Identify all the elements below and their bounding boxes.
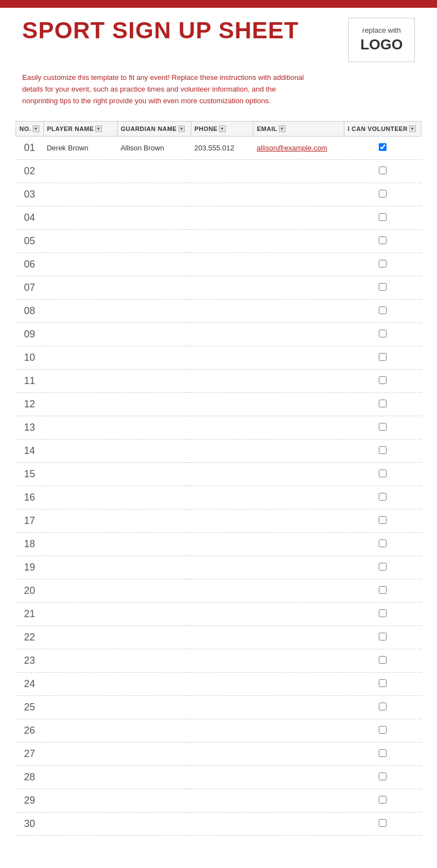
email-link[interactable]: allison@example.com bbox=[257, 144, 327, 152]
cell-volunteer[interactable] bbox=[344, 743, 421, 766]
volunteer-checkbox[interactable] bbox=[379, 656, 387, 664]
table-row: 17 bbox=[16, 509, 421, 533]
cell-email bbox=[253, 393, 344, 416]
volunteer-checkbox[interactable] bbox=[379, 796, 387, 804]
cell-phone bbox=[191, 323, 253, 346]
volunteer-checkbox[interactable] bbox=[379, 539, 387, 547]
volunteer-checkbox[interactable] bbox=[379, 470, 387, 477]
cell-volunteer[interactable] bbox=[344, 346, 421, 370]
cell-player-name bbox=[43, 346, 117, 370]
col-dropdown-phone[interactable]: ▾ bbox=[219, 125, 226, 132]
volunteer-checkbox[interactable] bbox=[379, 283, 387, 291]
volunteer-checkbox[interactable] bbox=[379, 143, 387, 151]
cell-volunteer[interactable] bbox=[344, 789, 421, 813]
volunteer-checkbox[interactable] bbox=[379, 609, 387, 617]
cell-volunteer[interactable] bbox=[344, 276, 421, 300]
cell-no: 08 bbox=[16, 300, 44, 323]
volunteer-checkbox[interactable] bbox=[379, 166, 387, 174]
cell-guardian-name bbox=[117, 673, 191, 696]
cell-volunteer[interactable] bbox=[344, 626, 421, 649]
cell-volunteer[interactable] bbox=[344, 766, 421, 789]
cell-phone bbox=[191, 346, 253, 370]
cell-volunteer[interactable] bbox=[344, 370, 421, 393]
cell-volunteer[interactable] bbox=[344, 137, 421, 160]
col-dropdown-player[interactable]: ▾ bbox=[95, 125, 102, 132]
col-dropdown-no[interactable]: ▾ bbox=[33, 125, 39, 132]
cell-no: 27 bbox=[16, 743, 44, 766]
cell-volunteer[interactable] bbox=[344, 230, 421, 253]
cell-player-name bbox=[43, 323, 117, 346]
table-row: 30 bbox=[16, 813, 421, 836]
table-row: 11 bbox=[16, 370, 421, 393]
cell-volunteer[interactable] bbox=[344, 556, 421, 579]
cell-volunteer[interactable] bbox=[344, 673, 421, 696]
cell-no: 13 bbox=[16, 416, 44, 440]
cell-guardian-name bbox=[117, 300, 191, 323]
cell-guardian-name bbox=[117, 183, 191, 206]
cell-player-name bbox=[43, 276, 117, 300]
cell-volunteer[interactable] bbox=[344, 533, 421, 556]
volunteer-checkbox[interactable] bbox=[379, 260, 387, 268]
volunteer-checkbox[interactable] bbox=[379, 330, 387, 337]
cell-volunteer[interactable] bbox=[344, 649, 421, 673]
volunteer-checkbox[interactable] bbox=[379, 563, 387, 571]
cell-no: 14 bbox=[16, 440, 44, 463]
cell-volunteer[interactable] bbox=[344, 416, 421, 440]
cell-volunteer[interactable] bbox=[344, 486, 421, 509]
volunteer-checkbox[interactable] bbox=[379, 353, 387, 361]
col-dropdown-guardian[interactable]: ▾ bbox=[179, 125, 185, 132]
cell-volunteer[interactable] bbox=[344, 509, 421, 533]
cell-player-name bbox=[43, 393, 117, 416]
cell-phone bbox=[191, 789, 253, 813]
volunteer-checkbox[interactable] bbox=[379, 306, 387, 314]
cell-phone bbox=[191, 183, 253, 206]
cell-volunteer[interactable] bbox=[344, 813, 421, 836]
description-text: Easily customize this template to fit an… bbox=[0, 68, 333, 115]
volunteer-checkbox[interactable] bbox=[379, 423, 387, 431]
cell-volunteer[interactable] bbox=[344, 160, 421, 183]
volunteer-checkbox[interactable] bbox=[379, 236, 387, 244]
volunteer-checkbox[interactable] bbox=[379, 726, 387, 734]
volunteer-checkbox[interactable] bbox=[379, 516, 387, 524]
cell-volunteer[interactable] bbox=[344, 440, 421, 463]
cell-volunteer[interactable] bbox=[344, 206, 421, 230]
volunteer-checkbox[interactable] bbox=[379, 190, 387, 198]
col-dropdown-email[interactable]: ▾ bbox=[279, 125, 286, 132]
cell-volunteer[interactable] bbox=[344, 183, 421, 206]
cell-guardian-name bbox=[117, 440, 191, 463]
cell-phone bbox=[191, 440, 253, 463]
cell-guardian-name bbox=[117, 230, 191, 253]
volunteer-checkbox[interactable] bbox=[379, 819, 387, 827]
cell-no: 15 bbox=[16, 463, 44, 486]
volunteer-checkbox[interactable] bbox=[379, 586, 387, 594]
cell-no: 23 bbox=[16, 649, 44, 673]
volunteer-checkbox[interactable] bbox=[379, 213, 387, 221]
table-row: 18 bbox=[16, 533, 421, 556]
cell-email bbox=[253, 556, 344, 579]
cell-guardian-name bbox=[117, 509, 191, 533]
volunteer-checkbox[interactable] bbox=[379, 703, 387, 710]
cell-volunteer[interactable] bbox=[344, 253, 421, 276]
cell-volunteer[interactable] bbox=[344, 323, 421, 346]
volunteer-checkbox[interactable] bbox=[379, 400, 387, 407]
cell-volunteer[interactable] bbox=[344, 393, 421, 416]
cell-volunteer[interactable] bbox=[344, 719, 421, 743]
cell-volunteer[interactable] bbox=[344, 463, 421, 486]
volunteer-checkbox[interactable] bbox=[379, 376, 387, 384]
volunteer-checkbox[interactable] bbox=[379, 773, 387, 780]
col-dropdown-volunteer[interactable]: ▾ bbox=[409, 125, 416, 132]
volunteer-checkbox[interactable] bbox=[379, 633, 387, 640]
table-header: NO. ▾ PLAYER NAME ▾ GUARDIAN NAME ▾ bbox=[16, 122, 421, 137]
volunteer-checkbox[interactable] bbox=[379, 749, 387, 757]
volunteer-checkbox[interactable] bbox=[379, 446, 387, 454]
volunteer-checkbox[interactable] bbox=[379, 679, 387, 687]
cell-player-name bbox=[43, 789, 117, 813]
cell-volunteer[interactable] bbox=[344, 300, 421, 323]
cell-volunteer[interactable] bbox=[344, 579, 421, 603]
cell-volunteer[interactable] bbox=[344, 603, 421, 626]
table-row: 29 bbox=[16, 789, 421, 813]
cell-guardian-name bbox=[117, 160, 191, 183]
cell-player-name bbox=[43, 719, 117, 743]
cell-volunteer[interactable] bbox=[344, 696, 421, 719]
volunteer-checkbox[interactable] bbox=[379, 493, 387, 501]
